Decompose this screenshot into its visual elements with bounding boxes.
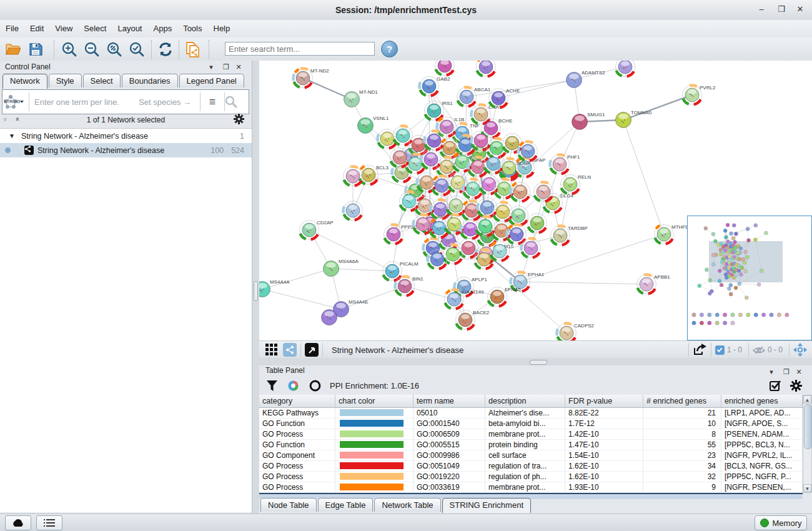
- column-header-5[interactable]: # enriched genes: [643, 395, 721, 407]
- collapse-arrow-icon[interactable]: ▼: [9, 132, 15, 139]
- graph-node[interactable]: [443, 244, 463, 264]
- string-logo-icon[interactable]: STRING: [2, 94, 29, 110]
- zoom-selected-icon[interactable]: [129, 41, 145, 57]
- table-settings-gear-icon[interactable]: [790, 380, 802, 392]
- graph-node[interactable]: [413, 214, 432, 234]
- graph-node[interactable]: CHAT: [471, 104, 502, 124]
- graph-node[interactable]: [507, 224, 526, 244]
- cloud-status-icon[interactable]: [5, 515, 31, 530]
- graph-node[interactable]: [521, 238, 540, 257]
- graph-node[interactable]: [390, 148, 410, 167]
- tab-legend-panel[interactable]: Legend Panel: [179, 74, 244, 87]
- graph-node[interactable]: [421, 150, 440, 169]
- network-row[interactable]: String Network - Alzheimer's disease 100…: [0, 143, 252, 157]
- string-search-icon[interactable]: [225, 96, 249, 108]
- table-row[interactable]: KEGG Pathways05010Alzheimer's dise...8.8…: [259, 408, 803, 419]
- graph-node[interactable]: KIAA1149: [445, 289, 484, 309]
- tab-network-table[interactable]: Network Table: [374, 498, 440, 512]
- scroll-up-icon[interactable]: ▲: [803, 395, 811, 404]
- zoom-out-icon[interactable]: [84, 41, 100, 57]
- menu-tools[interactable]: Tools: [177, 20, 207, 37]
- tab-network[interactable]: Network: [2, 74, 47, 89]
- graph-node[interactable]: [435, 61, 455, 76]
- graph-node[interactable]: EFNA5: [488, 287, 522, 307]
- panel-undock-icon[interactable]: ❒: [220, 61, 232, 73]
- table-vertical-scrollbar[interactable]: ▲ ▼: [803, 395, 812, 493]
- graph-node[interactable]: APBB1: [637, 274, 671, 294]
- graph-node[interactable]: [534, 182, 553, 201]
- graph-node[interactable]: PPP5C: [384, 224, 418, 244]
- network-share-icon[interactable]: [283, 343, 297, 357]
- graph-node[interactable]: [475, 249, 494, 269]
- graph-node[interactable]: [448, 173, 468, 192]
- graph-node[interactable]: [343, 201, 362, 221]
- horizontal-splitter-grip[interactable]: [530, 360, 547, 365]
- menu-file[interactable]: File: [0, 20, 24, 37]
- tab-string-enrichment[interactable]: STRING Enrichment: [442, 498, 531, 513]
- memory-button[interactable]: Memory: [755, 515, 807, 530]
- table-row[interactable]: GO ProcessGO:0019220regulation of ph...1…: [259, 472, 803, 482]
- select-columns-icon[interactable]: [770, 380, 781, 392]
- string-options-icon[interactable]: ≡: [201, 96, 224, 109]
- search-input[interactable]: [225, 42, 375, 56]
- graph-node[interactable]: [477, 61, 496, 77]
- graph-node[interactable]: [518, 141, 537, 161]
- network-options-gear-icon[interactable]: [234, 114, 244, 124]
- graph-node[interactable]: [480, 175, 499, 194]
- open-session-icon[interactable]: [5, 41, 21, 57]
- minimize-button[interactable]: –: [752, 0, 771, 20]
- column-header-6[interactable]: enriched genes: [721, 395, 803, 407]
- graph-node[interactable]: CD2AP: [300, 220, 334, 240]
- graph-node[interactable]: MS4A4E: [334, 299, 369, 317]
- menu-select[interactable]: Select: [78, 20, 112, 37]
- graph-node[interactable]: [471, 131, 490, 151]
- menu-edit[interactable]: Edit: [24, 20, 49, 37]
- graph-node[interactable]: [447, 196, 466, 216]
- close-button[interactable]: ✕: [791, 0, 810, 20]
- graph-node[interactable]: [394, 126, 413, 145]
- export-network-icon[interactable]: [693, 344, 707, 356]
- graph-node[interactable]: ADAMTS2: [567, 70, 606, 88]
- zoom-in-icon[interactable]: [61, 41, 77, 57]
- column-header-2[interactable]: term name: [413, 395, 485, 407]
- network-from-file-icon[interactable]: [185, 41, 201, 57]
- task-list-icon[interactable]: [36, 515, 62, 530]
- panel-float-icon[interactable]: ▾: [205, 61, 217, 73]
- scrollbar-thumb[interactable]: [804, 404, 812, 449]
- graph-node[interactable]: [460, 220, 480, 239]
- filter-funnel-icon[interactable]: [267, 380, 277, 391]
- table-row[interactable]: GO ProcessGO:0033619membrane prot...1.93…: [259, 482, 803, 493]
- tab-style[interactable]: Style: [49, 74, 82, 87]
- graph-node[interactable]: MS4A4A: [259, 279, 290, 297]
- menu-view[interactable]: View: [49, 20, 78, 37]
- graph-node[interactable]: MT-ND2: [293, 68, 329, 88]
- network-collection-row[interactable]: ▼ String Network - Alzheimer's disease 1: [0, 129, 252, 143]
- graph-node[interactable]: RELN: [561, 174, 592, 194]
- tab-node-table[interactable]: Node Table: [260, 498, 317, 512]
- birdseye-view[interactable]: [687, 216, 812, 340]
- hidden-eye-icon[interactable]: [753, 345, 765, 355]
- navigate-arrows-icon[interactable]: [793, 343, 807, 357]
- graph-node[interactable]: MT-ND1: [344, 89, 379, 107]
- graph-node[interactable]: [528, 214, 547, 233]
- graph-node[interactable]: [427, 250, 447, 269]
- maximize-button[interactable]: ❒: [772, 0, 791, 20]
- graph-node[interactable]: PVRL2: [683, 85, 716, 105]
- table-row[interactable]: GO ProcessGO:0051049regulation of tra...…: [259, 461, 803, 472]
- menu-apps[interactable]: Apps: [148, 20, 178, 37]
- table-row[interactable]: GO FunctionGO:0001540beta-amyloid bi...1…: [259, 419, 803, 429]
- birdseye-toggle-icon[interactable]: [305, 343, 319, 357]
- zoom-fit-icon[interactable]: [106, 41, 122, 57]
- graph-node[interactable]: BACE2: [456, 310, 490, 330]
- chart-donut-icon[interactable]: [287, 380, 299, 392]
- column-header-4[interactable]: FDR p-value: [565, 395, 643, 407]
- tab-select[interactable]: Select: [83, 74, 121, 87]
- graph-node[interactable]: [510, 182, 530, 202]
- table-row[interactable]: GO ComponentGO:0009986cell surface1.54E-…: [259, 450, 803, 461]
- graph-node[interactable]: [322, 310, 337, 325]
- column-header-0[interactable]: category: [259, 395, 335, 407]
- graph-node[interactable]: BCL3: [359, 165, 389, 185]
- column-header-1[interactable]: chart color: [335, 395, 413, 407]
- grid-view-icon[interactable]: [265, 344, 278, 356]
- save-session-icon[interactable]: [27, 41, 44, 57]
